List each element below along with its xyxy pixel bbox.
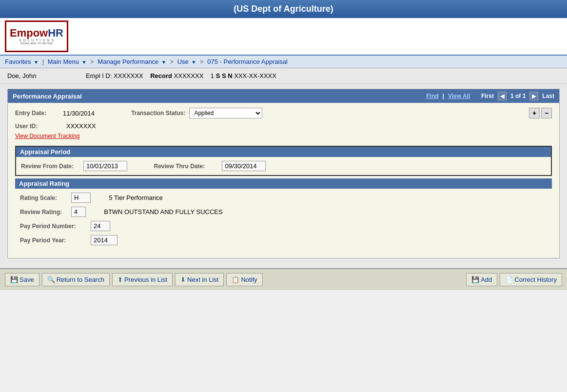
main-content: Performance Appraisal Find | View All Fi… <box>0 84 567 268</box>
logo-solutions: S O L U T I O N S <box>10 39 63 42</box>
user-id-label: User ID: <box>15 123 59 130</box>
view-all-link[interactable]: View All <box>448 93 470 99</box>
breadcrumb-manage-performance[interactable]: Manage Performance <box>98 58 158 65</box>
breadcrumb-use[interactable]: Use <box>177 58 189 65</box>
notify-label: Notify <box>241 276 257 283</box>
add-icon: 💾 <box>471 276 479 283</box>
appraisal-rating-header: Appraisal Rating <box>15 178 552 189</box>
rating-scale-label: Rating Scale: <box>20 195 64 201</box>
notify-button[interactable]: 📋 Notify <box>226 273 262 286</box>
review-thru-label: Review Thru Date: <box>154 163 212 170</box>
panel-body: Entry Date: 11/30/2014 Transaction Statu… <box>8 103 559 258</box>
pay-period-number-label: Pay Period Number: <box>20 223 83 230</box>
review-from-input[interactable] <box>83 161 127 171</box>
add-row-button[interactable]: + <box>529 108 540 118</box>
logo: EmpowHR S O L U T I O N S FROM HIRE TO R… <box>5 20 68 52</box>
breadcrumb: Favorites ▼ | Main Menu ▼ > Manage Perfo… <box>0 56 567 68</box>
record-label: Record <box>150 72 172 79</box>
add-button[interactable]: 💾 Add <box>466 273 497 286</box>
breadcrumb-favorites[interactable]: Favorites <box>5 58 31 65</box>
pay-period-number-row: Pay Period Number: <box>20 221 547 231</box>
empl-id-value: XXXXXXX <box>114 72 143 79</box>
view-document-tracking-link[interactable]: View Document Tracking <box>15 133 80 139</box>
next-in-list-label: Next in List <box>187 276 218 283</box>
user-id-row: User ID: XXXXXXX <box>15 122 262 130</box>
logo-text: EmpowHR <box>10 28 63 39</box>
prev-nav-btn[interactable]: ◀ <box>498 92 507 100</box>
save-label: Save <box>20 276 34 283</box>
appraisal-rating-body: Rating Scale: 5 Tier Performance Review … <box>15 189 552 253</box>
save-button[interactable]: 💾 Save <box>5 273 39 286</box>
previous-in-list-button[interactable]: ⬆ Previous in List <box>112 273 173 286</box>
page-header: (US Dept of Agriculture) <box>0 0 567 18</box>
last-label: Last <box>542 93 554 99</box>
review-rating-desc: BTWN OUTSTAND AND FULLY SUCCES <box>104 208 222 216</box>
review-from-label: Review From Date: <box>21 163 74 170</box>
favorites-dropdown-icon[interactable]: ▼ <box>34 59 39 65</box>
correct-history-button[interactable]: 📄 Correct History <box>500 273 562 286</box>
return-icon: 🔍 <box>47 276 55 283</box>
user-id-value: XXXXXXX <box>66 122 96 130</box>
rating-scale-input[interactable] <box>71 193 91 203</box>
performance-appraisal-panel: Performance Appraisal Find | View All Fi… <box>7 89 560 258</box>
employee-name: Doe, John <box>7 72 36 79</box>
panel-title: Performance Appraisal <box>13 93 82 100</box>
page-info: 1 of 1 <box>510 93 526 99</box>
employee-info-bar: Doe, John Empl I D: XXXXXXX Record XXXXX… <box>0 68 567 84</box>
use-dropdown-icon[interactable]: ▼ <box>191 59 196 65</box>
pay-period-year-input[interactable] <box>91 235 117 245</box>
rating-scale-desc: 5 Tier Performance <box>109 194 163 201</box>
appraisal-period-body: Review From Date: Review Thru Date: <box>16 157 551 175</box>
mainmenu-dropdown-icon[interactable]: ▼ <box>82 59 87 65</box>
record-value: XXXXXXX <box>174 72 204 79</box>
entry-date-row: Entry Date: 11/30/2014 Transaction Statu… <box>15 108 262 118</box>
add-label: Add <box>481 276 492 283</box>
empl-id-label: Empl I D: <box>86 72 112 79</box>
ssn-value: XXX-XX-XXXX <box>234 72 276 79</box>
add-remove-buttons: + − <box>529 108 552 118</box>
return-to-search-button[interactable]: 🔍 Return to Search <box>42 273 110 286</box>
panel-header: Performance Appraisal Find | View All Fi… <box>8 89 559 103</box>
appraisal-period-title: Appraisal Period <box>20 148 70 156</box>
header-title: (US Dept of Agriculture) <box>234 4 333 14</box>
entry-date-value: 11/30/2014 <box>63 110 95 117</box>
save-icon: 💾 <box>10 276 18 283</box>
find-link[interactable]: Find <box>426 93 438 99</box>
review-rating-label: Review Rating: <box>20 209 64 216</box>
remove-row-button[interactable]: − <box>541 108 552 118</box>
transaction-status-label: Transaction Status: <box>131 110 185 117</box>
review-thru-input[interactable] <box>222 161 266 171</box>
appraisal-rating-section: Appraisal Rating Rating Scale: 5 Tier Pe… <box>15 178 552 253</box>
next-nav-btn[interactable]: ▶ <box>529 92 538 100</box>
appraisal-rating-title: Appraisal Rating <box>19 180 69 187</box>
breadcrumb-current-page: 075 - Performance Appraisal <box>207 58 288 65</box>
notify-icon: 📋 <box>232 276 239 283</box>
next-in-list-button[interactable]: ⬇ Next in List <box>175 273 224 286</box>
view-doc-tracking-row: View Document Tracking <box>15 132 262 139</box>
previous-in-list-label: Previous in List <box>124 276 167 283</box>
return-to-search-label: Return to Search <box>57 276 104 283</box>
rating-scale-row: Rating Scale: 5 Tier Performance <box>20 193 547 203</box>
correct-history-icon: 📄 <box>505 276 513 283</box>
entry-date-label: Entry Date: <box>15 110 59 117</box>
ssn-label: S S N <box>216 72 233 79</box>
panel-navigation: Find | View All First ◀ 1 of 1 ▶ Last <box>426 92 554 100</box>
breadcrumb-main-menu[interactable]: Main Menu <box>48 58 79 65</box>
pay-period-number-input[interactable] <box>91 221 110 231</box>
appraisal-period-panel: Appraisal Period Review From Date: Revie… <box>15 146 552 176</box>
first-label: First <box>481 93 494 99</box>
review-rating-input[interactable] <box>71 207 86 217</box>
review-rating-row: Review Rating: BTWN OUTSTAND AND FULLY S… <box>20 207 547 217</box>
logo-tagline: FROM HIRE TO RETIRE <box>10 42 63 45</box>
logo-area: EmpowHR S O L U T I O N S FROM HIRE TO R… <box>0 18 567 56</box>
pay-period-year-row: Pay Period Year: <box>20 235 547 245</box>
correct-history-label: Correct History <box>514 276 557 283</box>
transaction-status-select[interactable]: Applied Pending Rejected In Progress <box>189 108 262 118</box>
pay-period-year-label: Pay Period Year: <box>20 237 83 244</box>
next-icon: ⬇ <box>180 276 186 283</box>
record-number: 1 <box>211 72 214 79</box>
appraisal-period-header: Appraisal Period <box>16 147 551 157</box>
nav-separator: | <box>443 93 444 99</box>
manage-performance-dropdown-icon[interactable]: ▼ <box>161 59 166 65</box>
bottom-toolbar: 💾 Save 🔍 Return to Search ⬆ Previous in … <box>0 268 567 290</box>
